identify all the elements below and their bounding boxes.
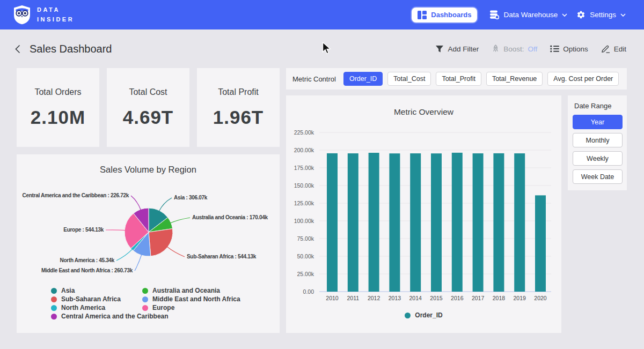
bar-2014[interactable] [410,153,421,292]
dashboards-icon [418,11,427,19]
kpi-value: 4.69T [123,107,174,128]
metric-option-total-profit[interactable]: Total_Profit [436,72,481,86]
filter-icon [435,45,444,53]
legend-dot [142,288,148,294]
legend-dot [51,314,57,320]
legend-item-australia-and-oceania[interactable]: Australia and Oceania [142,287,240,294]
svg-text:2010: 2010 [326,295,339,301]
svg-text:175.00k: 175.00k [294,165,314,171]
legend-dot [51,296,57,302]
kpi-value: 2.10M [31,107,85,128]
metric-control-label: Metric Control [292,75,336,83]
svg-text:2019: 2019 [514,295,526,301]
legend-item-central-america-and-the-caribbean[interactable]: Central America and the Caribbean [51,313,142,320]
svg-text:125.00k: 125.00k [294,200,314,206]
rocket-icon [492,44,500,53]
chevron-down-icon [562,13,567,17]
kpi-value: 1.96T [213,107,264,128]
bar-2013[interactable] [389,153,400,292]
legend-dot [142,305,148,311]
svg-text:100.00k: 100.00k [294,218,314,224]
svg-text:2014: 2014 [409,295,422,301]
metric-option-avg-cost-per-order[interactable]: Avg. Cost per Order [547,72,619,86]
pie-label-asia: Asia : 306.07k [174,195,207,201]
nav-dashboards-label: Dashboards [431,11,471,19]
brand-logo[interactable]: DATA INSIDER [13,5,74,25]
legend-item-north-america[interactable]: North America [51,304,142,311]
boost-toggle[interactable]: Boost: Off [492,44,537,53]
svg-text:2013: 2013 [389,295,401,301]
bar-2020[interactable] [535,195,546,292]
metric-control-panel: Metric Control Order_IDTotal_CostTotal_P… [286,68,627,90]
date-range-label: Date Range [574,102,623,110]
bar-chart-panel: Metric Overview 0.0025.00k50.00k75.00k10… [286,95,561,333]
svg-text:2011: 2011 [347,295,360,301]
legend-item-middle-east-and-north-africa[interactable]: Middle East and North Africa [142,295,240,303]
kpi-title: Total Orders [34,87,81,97]
legend-label: Order_ID [415,311,442,319]
mouse-cursor [322,42,333,55]
pie-label-australia-and-oceania: Australia and Oceania : 170.04k [192,214,268,220]
bar-2016[interactable] [452,153,463,292]
kpi-card-total-orders: Total Orders 2.10M [17,68,99,147]
kpi-title: Total Cost [129,87,167,97]
pie-label-central-america-and-the-caribbean: Central America and the Caribbean : 226.… [23,192,129,198]
svg-text:2020: 2020 [534,295,547,301]
bar-2019[interactable] [514,153,525,292]
legend-dot [51,305,57,311]
owl-logo-icon [13,5,31,25]
legend-item-asia[interactable]: Asia [51,287,142,294]
bar-chart-legend: Order_ID [286,311,561,319]
svg-text:75.00k: 75.00k [297,235,314,242]
list-icon [550,45,559,53]
pie-label-europe: Europe : 544.13k [63,227,104,233]
bar-2012[interactable] [369,153,379,292]
nav-settings[interactable]: Settings [576,10,626,19]
pie-legend: AsiaSub-Saharan AfricaNorth AmericaCentr… [51,286,240,321]
legend-item-europe[interactable]: Europe [142,304,240,311]
nav-data-warehouse[interactable]: Data Warehouse [489,10,567,19]
svg-text:25.00k: 25.00k [297,271,314,277]
svg-text:2012: 2012 [368,295,380,301]
svg-text:50.00k: 50.00k [297,253,314,259]
svg-text:200.00k: 200.00k [294,147,314,153]
bar-2011[interactable] [348,153,358,292]
nav-data-warehouse-label: Data Warehouse [503,11,558,19]
back-icon[interactable] [15,44,20,54]
edit-button[interactable]: Edit [601,44,626,53]
kpi-title: Total Profit [218,87,259,97]
metric-option-total-cost[interactable]: Total_Cost [387,72,431,86]
nav-dashboards[interactable]: Dashboards [412,8,477,23]
metric-option-order-id[interactable]: Order_ID [343,72,383,86]
legend-item-sub-saharan-africa[interactable]: Sub-Saharan Africa [51,295,142,303]
svg-text:225.00k: 225.00k [294,129,314,136]
date-range-option-year[interactable]: Year [573,115,623,129]
date-range-option-weekly[interactable]: Weekly [573,151,623,166]
date-range-option-week-date[interactable]: Week Date [573,169,623,184]
date-range-option-monthly[interactable]: Monthly [573,133,623,147]
kpi-card-total-profit: Total Profit 1.96T [197,68,280,147]
metric-option-total-revenue[interactable]: Total_Revenue [486,72,543,86]
bar-chart: 0.0025.00k50.00k75.00k100.00k125.00k150.… [286,95,561,305]
pie-label-middle-east-and-north-africa: Middle East and North Africa : 260.73k [41,268,133,273]
pencil-icon [601,44,610,53]
options-button[interactable]: Options [550,45,588,53]
top-navigation-bar: DATA INSIDER Dashboards Data Warehouse [0,0,644,29]
legend-dot [405,313,411,318]
bar-2018[interactable] [493,153,504,292]
pie-label-sub-saharan-africa: Sub-Saharan Africa : 544.13k [187,254,256,259]
pie-slice-sub-saharan-africa[interactable] [149,229,173,256]
kpi-card-total-cost: Total Cost 4.69T [107,68,189,147]
date-range-panel: Date Range YearMonthlyWeeklyWeek Date [568,95,627,190]
database-icon [489,10,499,19]
bar-2017[interactable] [473,153,484,292]
legend-dot [142,296,148,302]
nav-settings-label: Settings [590,11,616,19]
svg-text:2018: 2018 [493,295,506,301]
bar-2010[interactable] [327,153,338,292]
svg-text:2015: 2015 [430,295,443,301]
boost-status: Off [528,45,537,53]
add-filter-button[interactable]: Add Filter [435,45,479,53]
bar-2015[interactable] [431,153,442,292]
page-title: Sales Dashboard [30,43,112,55]
